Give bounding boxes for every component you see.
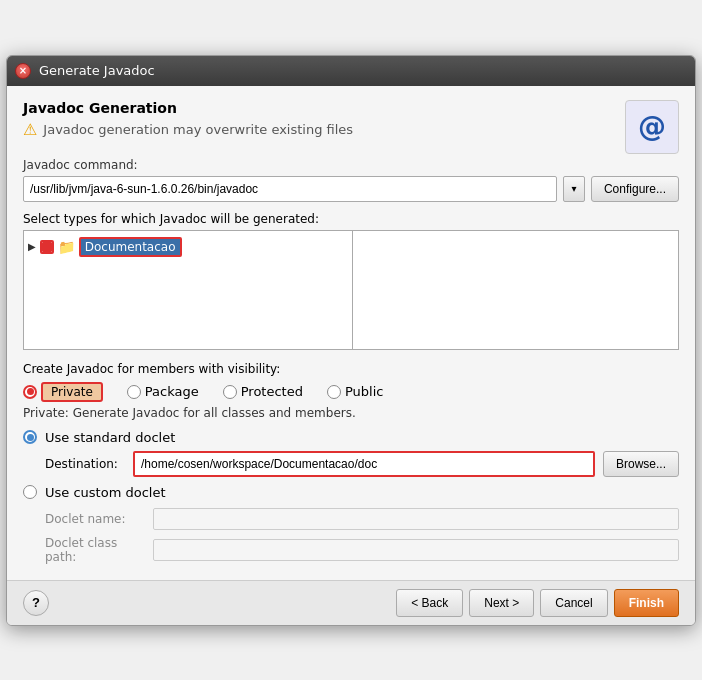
radio-package-outer — [127, 385, 141, 399]
types-right-panel — [353, 230, 679, 350]
custom-doclet-row: Use custom doclet — [23, 485, 679, 500]
folder-icon: 📁 — [58, 239, 75, 255]
destination-label: Destination: — [45, 457, 125, 471]
radio-protected[interactable]: Protected — [223, 384, 303, 399]
button-bar: ? < Back Next > Cancel Finish — [7, 580, 695, 625]
doclet-name-label: Doclet name: — [45, 512, 145, 526]
radio-package-label: Package — [145, 384, 199, 399]
radio-package[interactable]: Package — [127, 384, 199, 399]
doclet-name-row: Doclet name: — [45, 508, 679, 530]
warning-icon: ⚠ — [23, 120, 37, 139]
configure-button[interactable]: Configure... — [591, 176, 679, 202]
custom-doclet-radio[interactable] — [23, 485, 37, 499]
radio-private[interactable]: Private — [23, 382, 103, 402]
cancel-button[interactable]: Cancel — [540, 589, 607, 617]
tree-item-label[interactable]: Documentacao — [79, 237, 182, 257]
standard-doclet-radio-inner — [27, 434, 34, 441]
window-title: Generate Javadoc — [39, 63, 155, 78]
disabled-fields: Doclet name: Doclet class path: — [45, 508, 679, 564]
custom-doclet-label: Use custom doclet — [45, 485, 166, 500]
checkbox-check — [42, 242, 52, 252]
doclet-classpath-row: Doclet class path: — [45, 536, 679, 564]
doclet-name-input — [153, 508, 679, 530]
radio-private-outer — [23, 385, 37, 399]
browse-button[interactable]: Browse... — [603, 451, 679, 477]
command-input[interactable] — [23, 176, 557, 202]
radio-protected-label: Protected — [241, 384, 303, 399]
dropdown-button[interactable]: ▾ — [563, 176, 585, 202]
visibility-description: Private: Generate Javadoc for all classe… — [23, 406, 679, 420]
visibility-section: Create Javadoc for members with visibili… — [23, 362, 679, 420]
visibility-radio-row: Private Package Protected Public — [23, 382, 679, 402]
section-title: Javadoc Generation — [23, 100, 353, 116]
radio-public-outer — [327, 385, 341, 399]
doclet-classpath-label: Doclet class path: — [45, 536, 145, 564]
doclet-section: Use standard doclet Destination: Browse.… — [23, 430, 679, 564]
next-button[interactable]: Next > — [469, 589, 534, 617]
warning-row: ⚠ Javadoc generation may overwrite exist… — [23, 120, 353, 139]
types-label: Select types for which Javadoc will be g… — [23, 212, 679, 226]
visibility-label: Create Javadoc for members with visibili… — [23, 362, 679, 376]
warning-text: Javadoc generation may overwrite existin… — [43, 122, 353, 137]
command-row: ▾ Configure... — [23, 176, 679, 202]
radio-protected-outer — [223, 385, 237, 399]
standard-doclet-row: Use standard doclet — [23, 430, 679, 445]
types-section: ▶ 📁 Documentacao — [23, 230, 679, 350]
radio-private-inner — [27, 388, 34, 395]
tree-item[interactable]: ▶ 📁 Documentacao — [28, 235, 348, 259]
standard-doclet-label: Use standard doclet — [45, 430, 175, 445]
finish-button[interactable]: Finish — [614, 589, 679, 617]
help-button[interactable]: ? — [23, 590, 49, 616]
destination-input[interactable] — [133, 451, 595, 477]
types-tree[interactable]: ▶ 📁 Documentacao — [23, 230, 353, 350]
dialog-content: Javadoc Generation ⚠ Javadoc generation … — [7, 86, 695, 580]
section-title-area: Javadoc Generation ⚠ Javadoc generation … — [23, 100, 353, 151]
back-button[interactable]: < Back — [396, 589, 463, 617]
standard-doclet-radio[interactable] — [23, 430, 37, 444]
destination-area: Destination: Browse... — [45, 451, 679, 477]
radio-public-label: Public — [345, 384, 383, 399]
command-label: Javadoc command: — [23, 158, 679, 172]
radio-private-label: Private — [41, 382, 103, 402]
titlebar: × Generate Javadoc — [7, 56, 695, 86]
tree-expand-icon: ▶ — [28, 241, 36, 252]
javadoc-icon — [625, 100, 679, 154]
close-button[interactable]: × — [15, 63, 31, 79]
radio-public[interactable]: Public — [327, 384, 383, 399]
main-window: × Generate Javadoc Javadoc Generation ⚠ … — [6, 55, 696, 626]
doclet-classpath-input — [153, 539, 679, 561]
destination-row: Destination: Browse... — [45, 451, 679, 477]
tree-checkbox[interactable] — [40, 240, 54, 254]
